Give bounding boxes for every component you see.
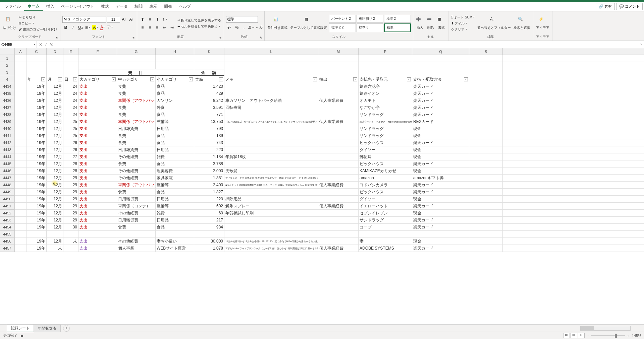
page-break-view-button[interactable]: ⊞ (578, 333, 585, 338)
row-header[interactable]: 4455 (0, 231, 14, 238)
cell[interactable] (26, 55, 47, 62)
cell[interactable]: 釧路イオン (359, 90, 412, 97)
cell[interactable] (15, 245, 26, 252)
cell[interactable] (117, 62, 156, 69)
paste-button[interactable]: 📋 貼り付け (2, 16, 17, 31)
cell[interactable]: 984 (194, 224, 224, 230)
cell[interactable]: 支出 (78, 83, 117, 90)
tab-help[interactable]: ヘルプ (175, 2, 194, 11)
cell[interactable]: 1,134 (194, 153, 224, 160)
cell[interactable] (318, 153, 359, 160)
bold-button[interactable]: B (62, 24, 69, 31)
cell[interactable]: サンドラッグ (359, 111, 412, 118)
cell[interactable]: 29 (63, 210, 78, 216)
cell[interactable]: 19年 (26, 238, 47, 245)
cell[interactable]: 19年 (26, 196, 47, 202)
cell[interactable]: 24 (63, 97, 78, 104)
add-sheet-button[interactable]: + (63, 325, 70, 332)
border-button[interactable]: ⊞▾ (85, 24, 91, 31)
cell[interactable] (15, 132, 26, 139)
cell[interactable]: 日用雑貨費 (117, 217, 156, 223)
cell[interactable]: セブンイレブン (359, 210, 412, 216)
row-header[interactable]: 4454 (0, 224, 14, 231)
cell[interactable] (15, 125, 26, 132)
cell[interactable] (63, 55, 78, 62)
cell[interactable]: 12月 (47, 146, 63, 153)
cell[interactable]: 楽天カード (412, 90, 469, 97)
cell[interactable]: 楽天カード (412, 217, 469, 223)
cell[interactable]: 24 (63, 83, 78, 90)
delete-cells-button[interactable]: ➖削除 (426, 16, 435, 31)
cell[interactable]: 支出 (78, 224, 117, 230)
cell[interactable]: 12月 (47, 125, 63, 132)
cell[interactable]: 1,827 (194, 189, 224, 195)
cell[interactable]: 妻 (359, 238, 412, 245)
row-header[interactable]: 4443 (0, 146, 14, 153)
row-header[interactable]: 4447 (0, 175, 14, 182)
row-header[interactable]: 4 (0, 76, 14, 83)
cell[interactable]: 12月 (47, 182, 63, 188)
cell[interactable]: 個人事業経費 (318, 118, 359, 125)
autosum-button[interactable]: Σオート SUM▾ (450, 15, 475, 20)
filter-button[interactable]: ▾ (150, 77, 154, 81)
macro-record-icon[interactable]: ⏺ (20, 334, 24, 338)
cell[interactable]: 雑費 (156, 210, 194, 216)
cell[interactable]: 楽天カード (412, 182, 469, 188)
cell[interactable] (318, 62, 359, 69)
cell[interactable] (47, 231, 63, 238)
cell[interactable]: 食品 (156, 132, 194, 139)
cell[interactable]: 食費 (117, 90, 156, 97)
cell-styles-gallery[interactable]: パーセント 2 桁区切り 2 標準 2 標準 2 2 標準 3 標準 (329, 15, 411, 32)
cell[interactable]: REXカード (412, 118, 469, 125)
cell[interactable] (469, 83, 503, 90)
cell[interactable]: 217 (194, 217, 224, 223)
cell[interactable]: 1,881 (194, 175, 224, 181)
select-all-corner[interactable] (0, 48, 15, 55)
cell[interactable]: 現金 (412, 125, 469, 132)
cell[interactable]: 現金 (412, 132, 469, 139)
col-header-G[interactable]: G (117, 48, 156, 55)
cell[interactable]: 139 (194, 132, 224, 139)
style-percent2[interactable]: パーセント 2 (329, 15, 356, 23)
tab-home[interactable]: ホーム (24, 2, 43, 11)
cell[interactable]: 12月 (47, 189, 63, 195)
zoom-slider[interactable] (591, 335, 625, 336)
cell[interactable]: 食費 (117, 132, 156, 139)
cell[interactable]: 8,242 (194, 97, 224, 104)
tab-file[interactable]: ファイル (1, 2, 24, 11)
align-top-button[interactable]: ⬆ (139, 16, 146, 23)
cell[interactable]: 19年 (26, 118, 47, 125)
cell[interactable]: 日用品 (156, 146, 194, 153)
row-header[interactable]: 4446 (0, 167, 14, 175)
cell[interactable]: 支出 (78, 210, 117, 216)
cell[interactable] (469, 245, 503, 252)
cell[interactable] (412, 69, 469, 76)
cell[interactable]: 12月 (47, 167, 63, 174)
cell[interactable]: 解氷スプレー (224, 203, 318, 209)
cell[interactable]: 支出 (78, 160, 117, 167)
cell[interactable]: アイリスオーヤマ 電気毛布 ひざ掛け 室温センサー搭載 ダニ退治モード 丸洗いO… (224, 175, 318, 181)
zoom-out-button[interactable]: − (587, 334, 589, 338)
col-header-M[interactable]: M (318, 48, 359, 55)
cell[interactable] (15, 62, 26, 69)
orientation-button[interactable]: ⤹▾ (161, 16, 168, 23)
cell[interactable] (318, 83, 359, 90)
cell[interactable]: 602 (194, 203, 224, 209)
cell[interactable]: 食品 (156, 189, 194, 195)
col-header-F[interactable]: F (78, 48, 117, 55)
cell[interactable]: 食費 (117, 83, 156, 90)
cell[interactable]: 12月 (47, 217, 63, 223)
col-header-K[interactable]: K (194, 48, 224, 55)
align-middle-button[interactable]: ≡ (147, 16, 153, 23)
sheet-tab-other[interactable]: 年間収支表 (34, 325, 61, 332)
cell[interactable] (412, 231, 469, 238)
cell[interactable]: 個人事業経費 (318, 203, 359, 209)
underline-button[interactable]: U▾ (77, 24, 84, 31)
cell[interactable]: 釧路六花亭 (359, 83, 412, 90)
cut-button[interactable]: ✂切り取り (18, 15, 58, 20)
cell[interactable]: ビックハウス (359, 189, 412, 195)
cell[interactable]: 29 (63, 217, 78, 223)
cell[interactable] (78, 55, 117, 62)
cell[interactable]: 年賀状試し印刷 (224, 210, 318, 216)
cell[interactable] (318, 167, 359, 174)
